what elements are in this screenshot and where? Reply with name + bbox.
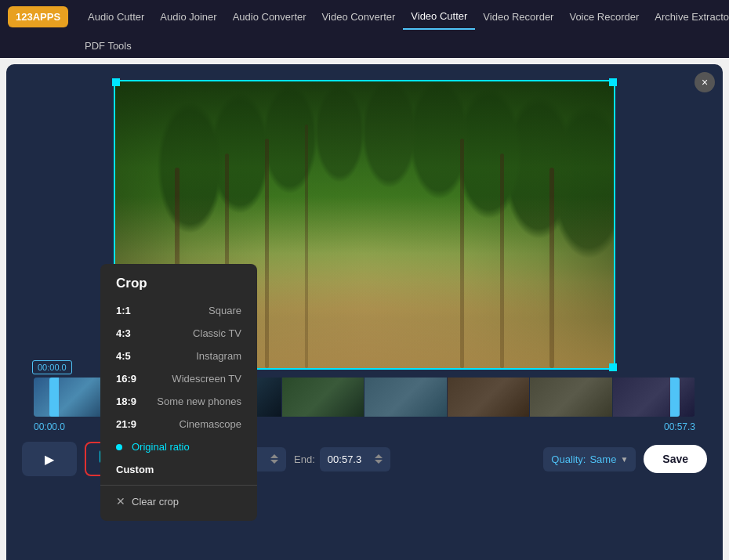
crop-desc-phones: Some new phones	[157, 396, 241, 407]
end-time-control: End: 00:57.3	[294, 447, 390, 471]
crop-ratio-21-9[interactable]: 21:9 Cinemascope	[100, 413, 257, 435]
active-dot	[116, 444, 122, 450]
crop-ratio-label-169: 16:9	[116, 373, 136, 385]
start-spinners[interactable]	[270, 454, 278, 464]
crop-ratio-label-189: 18:9	[116, 396, 136, 407]
crop-desc-cinema: Cinemascope	[180, 418, 242, 430]
thumb-seg-7	[530, 378, 613, 417]
quality-dropdown[interactable]: Quality: Same ▼	[543, 447, 636, 471]
main-container: × Crop 1:1 Square 4:3	[6, 64, 723, 560]
crop-ratio-4-3[interactable]: 4:3 Classic TV	[100, 322, 257, 345]
timeline-handle-right[interactable]	[670, 378, 680, 417]
crop-ratio-original[interactable]: Original ratio	[100, 435, 257, 458]
nav-row1: 123APPS Audio Cutter Audio Joiner Audio …	[8, 0, 729, 34]
crop-handle-tr[interactable]	[609, 78, 617, 86]
clear-crop-btn[interactable]: ✕ Clear crop	[100, 490, 257, 513]
timeline-start-time: 00:00.0	[34, 421, 65, 432]
thumb-seg-8	[613, 378, 696, 417]
nav-video-cutter[interactable]: Video Cutter	[403, 4, 475, 30]
save-button[interactable]: Save	[644, 445, 707, 473]
end-spinners[interactable]	[375, 454, 383, 464]
app-logo[interactable]: 123APPS	[8, 6, 68, 27]
start-increment[interactable]	[270, 454, 278, 458]
timeline-end-time: 00:57.3	[664, 421, 695, 432]
crop-ratio-label-219: 21:9	[116, 418, 136, 430]
start-decrement[interactable]	[270, 460, 278, 464]
end-label: End:	[294, 453, 315, 465]
nav-archive-extractor[interactable]: Archive Extractor	[647, 5, 729, 29]
quality-chevron-icon: ▼	[620, 455, 628, 464]
nav-pdf-tools[interactable]: PDF Tools	[77, 34, 140, 58]
quality-label: Quality:	[551, 453, 586, 465]
crop-ratio-18-9[interactable]: 18:9 Some new phones	[100, 390, 257, 413]
crop-menu: Crop 1:1 Square 4:3 Classic TV 4:5 Insta…	[100, 264, 257, 521]
crop-handle-br[interactable]	[609, 363, 617, 371]
thumb-seg-6	[448, 378, 531, 417]
crop-menu-title: Crop	[100, 276, 257, 299]
crop-ratio-16-9[interactable]: 16:9 Widescreen TV	[100, 367, 257, 390]
current-time-badge: 00:00.0	[32, 360, 72, 374]
clear-x-icon: ✕	[116, 495, 125, 508]
menu-divider	[100, 485, 257, 486]
timeline-handle-left[interactable]	[49, 378, 59, 417]
thumb-seg-5	[364, 378, 448, 417]
quality-value: Same	[589, 453, 616, 465]
crop-ratio-label-43: 4:3	[116, 327, 131, 339]
nav-video-converter[interactable]: Video Converter	[314, 5, 404, 29]
nav-audio-joiner[interactable]: Audio Joiner	[152, 5, 224, 29]
crop-ratio-label-45: 4:5	[116, 350, 131, 362]
crop-custom[interactable]: Custom	[100, 458, 257, 481]
thumb-seg-4	[282, 378, 365, 417]
crop-desc-classical: Classic TV	[193, 327, 241, 339]
nav-row2: PDF Tools	[8, 34, 721, 58]
end-increment[interactable]	[375, 454, 383, 458]
crop-desc-square: Square	[209, 305, 241, 316]
nav-audio-cutter[interactable]: Audio Cutter	[80, 5, 152, 29]
nav-video-recorder[interactable]: Video Recorder	[475, 5, 561, 29]
crop-ratio-4-5[interactable]: 4:5 Instagram	[100, 345, 257, 367]
end-time-input[interactable]: 00:57.3	[320, 447, 390, 471]
play-icon: ▶	[45, 452, 54, 467]
crop-desc-widescreen: Widescreen TV	[172, 373, 241, 385]
nav-audio-converter[interactable]: Audio Converter	[225, 5, 314, 29]
quality-control: Quality: Same ▼	[543, 447, 636, 471]
top-nav: 123APPS Audio Cutter Audio Joiner Audio …	[0, 0, 729, 58]
crop-desc-instagram: Instagram	[196, 350, 241, 362]
end-decrement[interactable]	[375, 460, 383, 464]
close-button[interactable]: ×	[695, 72, 715, 92]
nav-voice-recorder[interactable]: Voice Recorder	[561, 5, 647, 29]
crop-ratio-label: 1:1	[116, 305, 131, 316]
crop-original-label: Original ratio	[132, 441, 190, 453]
clear-crop-label: Clear crop	[132, 496, 179, 508]
play-button[interactable]: ▶	[22, 442, 77, 476]
crop-custom-label: Custom	[116, 464, 154, 475]
crop-ratio-1-1[interactable]: 1:1 Square	[100, 299, 257, 322]
crop-handle-tl[interactable]	[112, 78, 120, 86]
end-time-value: 00:57.3	[328, 453, 361, 465]
